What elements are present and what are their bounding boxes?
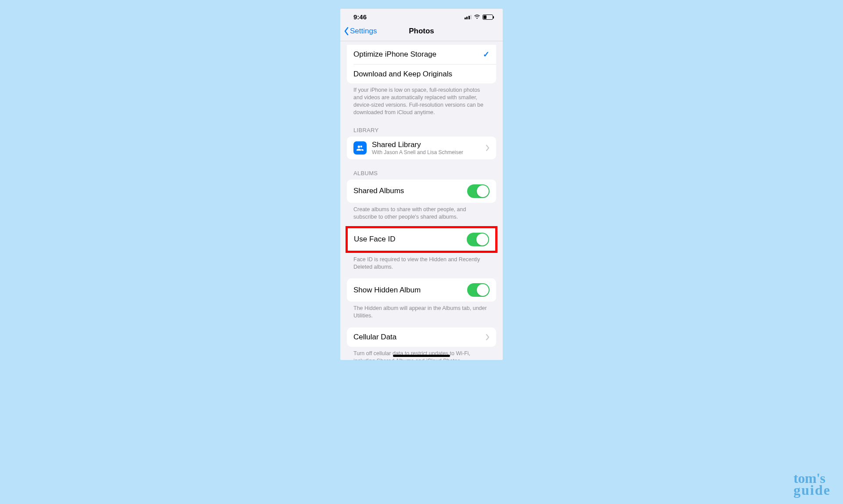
- chevron-left-icon: [344, 27, 349, 36]
- shared-library-row[interactable]: Shared Library With Jason A Snell and Li…: [347, 137, 496, 159]
- cellular-data-row[interactable]: Cellular Data: [347, 328, 496, 347]
- back-button[interactable]: Settings: [344, 27, 377, 36]
- highlight-annotation: Use Face ID: [346, 226, 497, 253]
- use-face-id-label: Use Face ID: [354, 235, 467, 244]
- page-title: Photos: [409, 27, 434, 36]
- hidden-album-group: Show Hidden Album: [347, 278, 496, 302]
- status-time: 9:46: [353, 13, 367, 21]
- settings-content: Optimize iPhone Storage ✓ Download and K…: [340, 45, 503, 360]
- shared-albums-label: Shared Albums: [353, 187, 467, 195]
- checkmark-icon: ✓: [483, 50, 490, 59]
- hidden-footer: The Hidden album will appear in the Albu…: [340, 302, 503, 320]
- people-icon: [353, 141, 367, 155]
- storage-group: Optimize iPhone Storage ✓ Download and K…: [347, 45, 496, 83]
- shared-albums-row: Shared Albums: [347, 180, 496, 203]
- chevron-right-icon: [486, 334, 490, 340]
- face-id-group: Use Face ID: [348, 228, 495, 251]
- download-originals-row[interactable]: Download and Keep Originals: [353, 64, 496, 83]
- storage-footer: If your iPhone is low on space, full-res…: [340, 83, 503, 116]
- use-face-id-row: Use Face ID: [348, 228, 495, 251]
- optimize-storage-label: Optimize iPhone Storage: [353, 50, 483, 59]
- navigation-bar: Settings Photos: [340, 22, 503, 41]
- show-hidden-label: Show Hidden Album: [353, 286, 467, 295]
- watermark-logo: tom's guide: [793, 472, 831, 496]
- show-hidden-row: Show Hidden Album: [347, 278, 496, 302]
- cellular-signal-icon: [465, 14, 472, 19]
- chevron-right-icon: [486, 145, 490, 151]
- status-indicators: [465, 13, 494, 21]
- home-indicator[interactable]: [393, 355, 450, 357]
- library-group: Shared Library With Jason A Snell and Li…: [347, 137, 496, 159]
- shared-albums-footer: Create albums to share with other people…: [340, 203, 503, 221]
- library-header: LIBRARY: [340, 116, 503, 137]
- face-id-footer: Face ID is required to view the Hidden a…: [340, 253, 503, 271]
- back-label: Settings: [350, 27, 377, 36]
- use-face-id-toggle[interactable]: [467, 233, 489, 246]
- cellular-footer: Turn off cellular data to restrict updat…: [340, 347, 503, 360]
- shared-library-title: Shared Library: [372, 140, 481, 149]
- shared-library-subtitle: With Jason A Snell and Lisa Schmeiser: [372, 149, 481, 155]
- battery-icon: [483, 14, 493, 20]
- cellular-data-label: Cellular Data: [353, 333, 486, 342]
- status-bar: 9:46: [340, 9, 503, 22]
- show-hidden-toggle[interactable]: [467, 283, 490, 297]
- watermark-line2: guide: [793, 484, 831, 496]
- download-originals-label: Download and Keep Originals: [353, 70, 490, 79]
- shared-albums-group: Shared Albums: [347, 180, 496, 203]
- optimize-storage-row[interactable]: Optimize iPhone Storage ✓: [347, 45, 496, 64]
- phone-screen: 9:46 Settings Photos Optimize iPhone Sto…: [340, 9, 503, 360]
- cellular-group: Cellular Data: [347, 328, 496, 347]
- albums-header: ALBUMS: [340, 159, 503, 180]
- wifi-icon: [474, 13, 480, 21]
- shared-albums-toggle[interactable]: [467, 184, 490, 198]
